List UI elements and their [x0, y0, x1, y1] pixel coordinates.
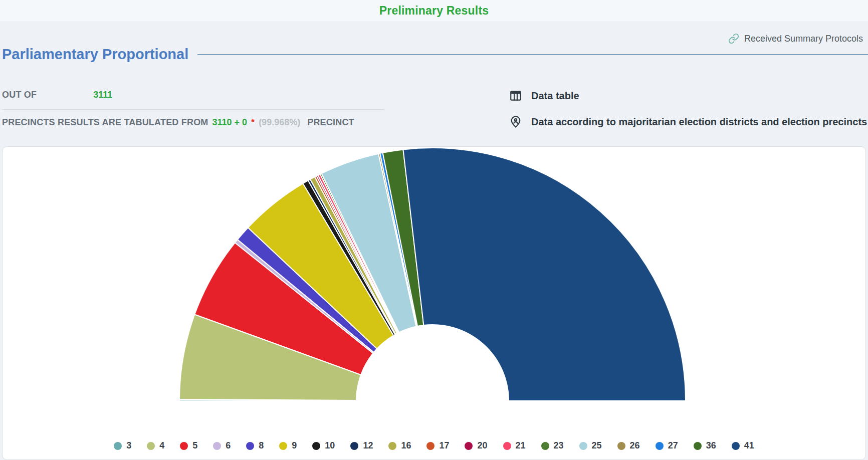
tabulated-prefix: PRECINCTS RESULTS ARE TABULATED FROM [2, 117, 208, 128]
legend-swatch [694, 442, 702, 450]
legend-item-3[interactable]: 3 [114, 440, 131, 451]
legend-item-23[interactable]: 23 [541, 440, 564, 451]
tabulated-asterisk: * [251, 117, 255, 128]
legend-swatch [541, 442, 549, 450]
legend-item-6[interactable]: 6 [213, 440, 231, 451]
legend-label: 36 [706, 440, 716, 451]
legend-item-36[interactable]: 36 [694, 440, 716, 451]
legend-swatch [426, 442, 435, 450]
legend-swatch [617, 442, 625, 450]
out-of-label: OUT OF [2, 90, 37, 100]
legend-swatch [579, 442, 587, 450]
legend-label: 17 [439, 440, 449, 451]
person-pin-icon [509, 115, 522, 128]
legend-swatch [114, 442, 122, 450]
legend-label: 23 [554, 440, 564, 451]
legend-swatch [503, 442, 511, 450]
tabulation-summary: OUT OF 3111 PRECINCTS RESULTS ARE TABULA… [2, 88, 384, 128]
legend-item-41[interactable]: 41 [732, 440, 754, 451]
half-donut-chart [3, 147, 865, 459]
tabulated-percent: (99.968%) [259, 117, 300, 128]
legend-item-26[interactable]: 26 [617, 440, 640, 451]
legend-swatch [388, 442, 396, 450]
majoritarian-label: Data according to majoritarian election … [531, 116, 867, 128]
section-divider [197, 54, 868, 55]
received-protocols-link[interactable]: Received Summary Protocols [728, 31, 863, 46]
legend-swatch [213, 442, 221, 450]
legend-item-5[interactable]: 5 [180, 440, 197, 451]
legend-label: 8 [259, 440, 264, 451]
data-table-label: Data table [531, 90, 579, 102]
legend-label: 6 [226, 440, 231, 451]
page-title: Preliminary Results [379, 4, 489, 18]
out-of-value: 3111 [93, 90, 112, 100]
legend-label: 9 [292, 440, 297, 451]
legend-swatch [180, 442, 188, 450]
legend-label: 10 [325, 440, 335, 451]
legend-item-12[interactable]: 12 [350, 440, 373, 451]
results-chart-panel: 345689101216172021232526273641 [2, 146, 866, 460]
legend-item-16[interactable]: 16 [388, 440, 411, 451]
chart-slice-41[interactable] [403, 148, 686, 401]
top-band: Preliminary Results [0, 0, 868, 21]
legend-label: 27 [668, 440, 678, 451]
legend-label: 12 [363, 440, 373, 451]
legend-label: 20 [477, 440, 487, 451]
legend-item-25[interactable]: 25 [579, 440, 602, 451]
legend-item-20[interactable]: 20 [465, 440, 487, 451]
quick-links: Data table Data according to majoritaria… [509, 88, 867, 129]
legend-item-10[interactable]: 10 [312, 440, 335, 451]
majoritarian-link[interactable]: Data according to majoritarian election … [509, 114, 867, 129]
tabulated-suffix: PRECINCT [307, 117, 354, 128]
chart-legend: 345689101216172021232526273641 [3, 440, 865, 451]
legend-swatch [246, 442, 254, 450]
legend-label: 5 [192, 440, 197, 451]
legend-swatch [147, 442, 155, 450]
legend-swatch [732, 442, 740, 450]
received-protocols-label: Received Summary Protocols [744, 34, 863, 44]
legend-label: 4 [159, 440, 164, 451]
legend-item-9[interactable]: 9 [279, 440, 297, 451]
legend-item-8[interactable]: 8 [246, 440, 264, 451]
legend-swatch [312, 442, 320, 450]
legend-label: 3 [126, 440, 131, 451]
legend-item-21[interactable]: 21 [503, 440, 526, 451]
legend-label: 41 [744, 440, 754, 451]
section-title: Parliamentary Proportional [2, 46, 188, 63]
tabulated-value: 3110 + 0 [212, 117, 248, 128]
legend-label: 21 [516, 440, 526, 451]
legend-swatch [350, 442, 358, 450]
link-icon [728, 33, 739, 44]
legend-label: 16 [401, 440, 411, 451]
legend-item-4[interactable]: 4 [147, 440, 164, 451]
legend-item-17[interactable]: 17 [426, 440, 449, 451]
section-header: Parliamentary Proportional [2, 46, 868, 63]
data-table-link[interactable]: Data table [509, 88, 867, 103]
legend-swatch [656, 442, 664, 450]
summary-divider [2, 109, 384, 110]
legend-item-27[interactable]: 27 [656, 440, 678, 451]
legend-swatch [465, 442, 473, 450]
table-icon [509, 89, 522, 102]
legend-label: 26 [630, 440, 640, 451]
legend-swatch [279, 442, 287, 450]
legend-label: 25 [592, 440, 602, 451]
